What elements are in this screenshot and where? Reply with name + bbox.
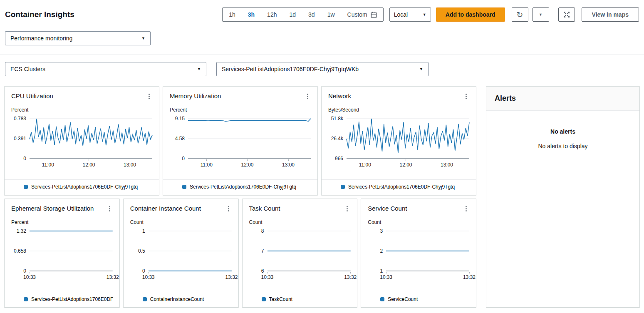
chart-legend[interactable]: TaskCount — [243, 292, 357, 307]
alerts-empty-heading: No alerts — [486, 128, 639, 135]
legend-marker — [24, 297, 28, 301]
kebab-menu-icon[interactable] — [107, 205, 113, 213]
chart-canvas — [30, 116, 152, 159]
kebab-menu-icon[interactable] — [146, 92, 152, 100]
timezone-select[interactable]: Local ▼ — [389, 7, 431, 22]
y-tick-label: 1.32 — [17, 228, 26, 234]
y-tick-label: 1 — [142, 228, 145, 234]
alerts-title: Alerts — [486, 87, 639, 111]
x-tick-label: 10:33 — [380, 274, 392, 280]
chart-area: 51.8k26.4k966 — [322, 116, 476, 159]
data-series-line — [30, 119, 152, 146]
refresh-button[interactable]: ↻ — [512, 7, 528, 22]
legend-marker — [341, 185, 345, 189]
legend-label: ContainerInstanceCount — [150, 296, 204, 302]
charts-column: CPU Utilization Percent 0.7830.3910 11:0… — [4, 86, 476, 308]
memory-chart-card: Memory Utilization Percent 9.154.580 11:… — [163, 86, 318, 195]
y-tick-label: 1 — [380, 268, 383, 274]
resource-type-value: ECS Clusters — [10, 66, 45, 72]
expand-icon — [563, 11, 570, 18]
refresh-icon: ↻ — [517, 11, 523, 19]
time-range-12h[interactable]: 12h — [261, 8, 283, 21]
y-axis: 51.8k26.4k966 — [328, 116, 347, 159]
cluster-select[interactable]: Services-PetListAdoptions1706E0DF-Chyj9T… — [216, 62, 429, 76]
y-tick-label: 0.658 — [14, 248, 26, 254]
plot-area — [30, 229, 113, 272]
chart-card-header: Container Instance Count — [124, 199, 238, 213]
legend-marker — [24, 185, 28, 189]
time-range-1h[interactable]: 1h — [223, 8, 242, 21]
x-tick-mark — [30, 272, 30, 273]
chevron-down-icon: ▼ — [141, 37, 145, 40]
kebab-menu-icon[interactable] — [344, 205, 350, 213]
x-tick-label: 11:00 — [201, 162, 213, 168]
x-tick-label: 13:00 — [282, 162, 295, 168]
y-axis-unit-label: Count — [368, 219, 469, 225]
y-tick-label: 6 — [261, 268, 264, 274]
section-divider — [0, 55, 644, 55]
data-series-line — [347, 119, 469, 153]
time-range-1d[interactable]: 1d — [283, 8, 302, 21]
kebab-menu-icon[interactable] — [463, 205, 469, 213]
add-to-dashboard-button[interactable]: Add to dashboard — [436, 7, 505, 22]
calendar-icon — [371, 12, 377, 18]
x-tick-mark — [89, 159, 89, 161]
legend-marker — [143, 297, 147, 301]
x-tick-label: 13:00 — [124, 162, 136, 168]
y-axis-unit-label: Percent — [11, 107, 152, 113]
legend-label: TaskCount — [269, 296, 293, 302]
view-selector[interactable]: Performance monitoring ▼ — [5, 31, 151, 45]
charts-row-1: CPU Utilization Percent 0.7830.3910 11:0… — [4, 86, 476, 195]
legend-label: Services-PetListAdoptions1706E0DF-Chyj9T… — [348, 184, 455, 190]
y-tick-label: 8 — [261, 228, 264, 234]
legend-label: Services-PetListAdoptions1706E0DF-Chyj9T… — [31, 296, 113, 302]
plot-area — [188, 116, 311, 159]
timezone-value: Local — [394, 11, 408, 18]
chart-legend[interactable]: Services-PetListAdoptions1706E0DF-Chyj9T… — [163, 180, 317, 195]
dashboard-main: CPU Utilization Percent 0.7830.3910 11:0… — [0, 76, 644, 308]
x-tick-label: 10:33 — [23, 274, 36, 280]
y-tick-label: 0.783 — [14, 116, 26, 122]
x-tick-mark — [268, 272, 268, 273]
x-tick-label: 13:32 — [463, 274, 476, 280]
x-tick-mark — [350, 272, 351, 273]
chart-legend[interactable]: Services-PetListAdoptions1706E0DF-Chyj9T… — [5, 292, 119, 307]
y-axis: 321 — [368, 229, 386, 272]
task-chart-card: Task Count Count 876 10:3313:32 TaskCoun… — [242, 199, 358, 308]
y-axis-unit-label: Bytes/Second — [328, 107, 469, 113]
kebab-menu-icon[interactable] — [463, 92, 469, 100]
y-tick-label: 4.58 — [175, 136, 185, 142]
refresh-options-button[interactable]: ▼ — [533, 7, 549, 22]
y-axis-unit-label: Percent — [170, 107, 311, 113]
x-axis: 11:0012:0013:00 — [347, 159, 469, 169]
time-range-3d[interactable]: 3d — [302, 8, 321, 21]
kebab-menu-icon[interactable] — [305, 92, 311, 100]
legend-label: Services-PetListAdoptions1706E0DF-Chyj9T… — [31, 184, 138, 190]
chart-legend[interactable]: ContainerInstanceCount — [124, 292, 238, 307]
time-range-1w[interactable]: 1w — [321, 8, 341, 21]
view-in-maps-button[interactable]: View in maps — [582, 7, 639, 22]
y-axis-unit-label: Count — [130, 219, 232, 225]
x-tick-mark — [406, 159, 406, 161]
y-tick-label: 9.15 — [175, 116, 185, 122]
chart-area: 10.50 — [124, 229, 238, 272]
legend-marker — [380, 297, 384, 301]
plot-area — [30, 116, 152, 159]
network-chart-card: Network Bytes/Second 51.8k26.4k966 11:00… — [321, 86, 476, 195]
time-range-3h[interactable]: 3h — [242, 8, 261, 21]
chart-legend[interactable]: Services-PetListAdoptions1706E0DF-Chyj9T… — [5, 180, 159, 195]
kebab-menu-icon[interactable] — [225, 205, 232, 213]
chart-title: Ephemeral Storage Utilization — [11, 205, 94, 212]
page-title: Container Insights — [5, 7, 74, 22]
fullscreen-button[interactable] — [558, 7, 575, 22]
resource-type-select[interactable]: ECS Clusters ▼ — [5, 62, 206, 76]
chart-legend[interactable]: Services-PetListAdoptions1706E0DF-Chyj9T… — [322, 180, 476, 195]
x-tick-label: 12:00 — [399, 162, 412, 168]
x-axis: 10:3313:32 — [268, 272, 351, 281]
alerts-body: No alerts No alerts to display — [486, 111, 639, 149]
chart-legend[interactable]: ServiceCount — [361, 292, 476, 307]
x-tick-mark — [149, 272, 149, 273]
y-tick-label: 7 — [261, 248, 264, 254]
time-range-custom[interactable]: Custom — [341, 8, 383, 21]
time-range-group: 1h 3h 12h 1d 3d 1w Custom — [222, 7, 384, 22]
